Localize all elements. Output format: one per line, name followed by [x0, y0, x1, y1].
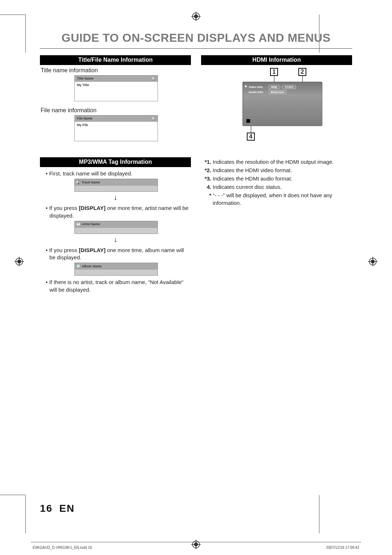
text-3: Indicates the HDMI audio format.	[213, 175, 352, 182]
album-icon	[76, 264, 80, 268]
text-2: Indicates the HDMI video format.	[213, 166, 352, 174]
right-column: HDMI Information 1 2 3 4 ▶ Video Info. :…	[201, 55, 352, 295]
play-icon: ▶	[245, 84, 248, 88]
disc-icon	[151, 116, 155, 121]
marker-2: *2.	[202, 166, 213, 174]
imprint-line	[31, 542, 361, 542]
slash: /	[281, 85, 281, 89]
music-note-icon	[76, 180, 80, 184]
hdmi-tv-box: ▶ Video Info. : 480p / YCbCr Audio Info.…	[242, 82, 322, 126]
registration-mark-icon	[368, 257, 377, 266]
bullet-album-text-a: If you press	[49, 247, 79, 253]
colon: :	[266, 85, 268, 89]
callout-line	[251, 126, 251, 133]
subhead-file-name: File name information	[41, 107, 191, 114]
section-header-hdmi: HDMI Information	[201, 55, 352, 65]
track-name-label: Track Name	[82, 181, 100, 184]
audio-info-label: Audio Info.	[245, 90, 265, 94]
bullet-not-available: • If there is no artist, track or album …	[46, 279, 191, 293]
album-name-label: Album Name	[82, 264, 102, 268]
svg-point-16	[78, 223, 79, 224]
down-arrow-icon: ↓	[40, 235, 191, 244]
bullet-artist: • If you press [DISPLAY] one more time, …	[46, 204, 191, 219]
stop-icon	[246, 119, 250, 123]
marker-1: *1.	[202, 158, 213, 166]
bullet-track: • First, track name will be displayed.	[46, 170, 191, 177]
bullet-track-text: First, track name will be displayed.	[49, 170, 132, 177]
bullet-artist-text-b: [DISPLAY]	[79, 205, 106, 211]
artist-name-label: Artist Name	[82, 222, 100, 226]
page-footer: 16EN	[40, 503, 75, 514]
callout-2: 2	[298, 68, 306, 76]
video-resolution-value: 480p	[269, 85, 279, 89]
down-arrow-icon: ↓	[40, 193, 191, 202]
registration-mark-icon	[191, 540, 201, 549]
text-star: “- - -” will be displayed, when it does …	[213, 191, 352, 207]
video-info-label: Video Info.	[245, 85, 265, 89]
colon: :	[266, 90, 268, 94]
hdmi-explanation-list: *1.Indicates the resolution of the HDMI …	[202, 158, 352, 207]
marker-4: 4.	[202, 183, 213, 191]
crop-mark	[0, 495, 25, 495]
page-number: 16	[40, 503, 53, 514]
imprint-date: 2007/12/18 17:09:42	[326, 546, 359, 550]
album-name-box: Album Name	[74, 263, 158, 276]
hdmi-diagram: 1 2 3 4 ▶ Video Info. : 480p / YCbCr	[234, 68, 328, 151]
imprint-file: E9KGAUD_D-VR610KU_EN.indd 16	[33, 546, 92, 550]
person-icon	[76, 222, 80, 226]
section-header-mp3: MP3/WMA Tag Information	[40, 157, 191, 167]
artist-name-box: Artist Name	[74, 221, 158, 234]
callout-4: 4	[247, 133, 255, 141]
video-format-value: YCbCr	[282, 85, 296, 89]
title-name-box: Title Name My Title	[74, 75, 158, 101]
bullet-not-available-text: If there is no artist, track or album na…	[49, 279, 183, 292]
crop-mark	[0, 15, 25, 15]
section-header-title-file: Title/File Name Information	[40, 55, 191, 65]
bullet-artist-text-a: If you press	[49, 205, 79, 211]
track-name-box: Track Name	[74, 179, 158, 192]
title-name-box-header: Title Name	[77, 77, 93, 80]
crop-mark	[25, 495, 26, 533]
text-4: Indicates current disc status.	[213, 183, 352, 191]
file-name-box-header: File Name	[77, 117, 93, 120]
file-name-box-value: My File	[75, 122, 158, 128]
left-column: Title/File Name Information Title name i…	[40, 55, 191, 295]
bullet-album: • If you press [DISPLAY] one more time, …	[46, 247, 191, 262]
callout-1: 1	[270, 68, 278, 76]
page-content: GUIDE TO ON-SCREEN DISPLAYS AND MENUS Ti…	[40, 31, 352, 514]
text-1: Indicates the resolution of the HDMI out…	[213, 158, 352, 166]
marker-star: *	[202, 191, 213, 207]
svg-point-18	[78, 266, 78, 267]
file-name-box: File Name My File	[74, 115, 158, 141]
page-title: GUIDE TO ON-SCREEN DISPLAYS AND MENUS	[40, 31, 352, 49]
marker-3: *3.	[202, 175, 213, 182]
audio-format-value: Bitstream	[269, 90, 286, 94]
registration-mark-icon	[15, 257, 24, 266]
disc-icon	[151, 76, 155, 81]
crop-mark	[25, 15, 26, 53]
bullet-album-text-b: [DISPLAY]	[79, 247, 106, 253]
subhead-title-name: Title name information	[41, 67, 191, 74]
title-name-box-value: My Title	[75, 82, 158, 88]
page-lang: EN	[59, 503, 75, 514]
registration-mark-icon	[191, 12, 201, 21]
